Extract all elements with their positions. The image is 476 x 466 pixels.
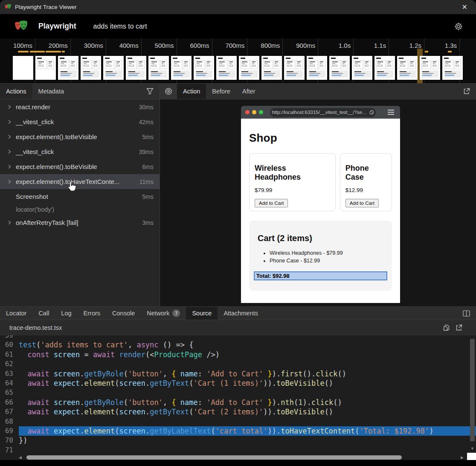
browser-chrome: http://localhost:63315/__vitest_test__/?… bbox=[241, 106, 400, 119]
product-name: Wireless Headphones bbox=[255, 164, 330, 182]
code-line: 69 await expect.element(screen.getByLabe… bbox=[0, 426, 476, 436]
chevron-right-icon bbox=[8, 220, 16, 225]
add-to-cart-button[interactable]: Add to Cart bbox=[345, 199, 379, 207]
timeline-filmstrip[interactable] bbox=[13, 56, 463, 80]
app-name: Playwright bbox=[38, 22, 76, 31]
tab-network[interactable]: Network7 bbox=[141, 307, 186, 320]
code-line: 66 await screen.getByRole('button', { na… bbox=[0, 398, 476, 407]
tab-actions[interactable]: Actions bbox=[0, 84, 32, 99]
snapshot-page: Shop Wireless Headphones$79.99Add to Car… bbox=[241, 119, 400, 303]
timeline-thumbnail[interactable] bbox=[81, 56, 101, 80]
tab-errors[interactable]: Errors bbox=[78, 307, 106, 320]
copy-url-icon[interactable] bbox=[369, 110, 374, 115]
add-to-cart-button[interactable]: Add to Cart bbox=[255, 199, 288, 207]
trace-viewer-window: Playwright Trace Viewer ✕ Playwright add… bbox=[0, 0, 476, 466]
action-duration: 5ms bbox=[142, 193, 160, 200]
source-code-view: 5960test('adds items to cart', async () … bbox=[0, 335, 476, 454]
timeline-thumbnail[interactable] bbox=[261, 56, 282, 80]
chevron-right-icon bbox=[8, 119, 16, 124]
action-row[interactable]: onAfterRetryTask [fail]3ms bbox=[0, 215, 160, 230]
horizontal-scroll-thumb[interactable] bbox=[26, 455, 402, 460]
chevron-right-icon bbox=[8, 149, 16, 154]
filter-icon[interactable] bbox=[146, 88, 154, 95]
timeline-thumbnail[interactable] bbox=[329, 56, 350, 80]
timeline-thumbnail[interactable] bbox=[35, 56, 56, 80]
tab-action[interactable]: Action bbox=[177, 84, 206, 99]
timeline-thumbnail[interactable] bbox=[397, 56, 418, 80]
tab-call[interactable]: Call bbox=[32, 307, 55, 320]
code-line: 65 bbox=[0, 388, 476, 397]
cart-item: Wireless Headphones - $79.99 bbox=[270, 249, 388, 257]
mouse-cursor-hand-icon bbox=[67, 181, 76, 193]
tab-metadata[interactable]: Metadata bbox=[32, 84, 70, 99]
vertical-scrollbar[interactable]: ▼ bbox=[470, 339, 475, 452]
action-label: Screenshot bbox=[16, 193, 48, 200]
action-duration: 11ms bbox=[139, 178, 160, 185]
copy-icon[interactable] bbox=[443, 324, 450, 331]
action-list: react.render30ms__vitest_click42msexpect… bbox=[0, 99, 160, 230]
timeline-thumbnail[interactable] bbox=[103, 56, 124, 80]
timeline-thumbnail[interactable] bbox=[171, 56, 192, 80]
product-price: $79.99 bbox=[255, 187, 330, 193]
timeline-thumbnail[interactable] bbox=[307, 56, 327, 80]
action-row[interactable]: react.render30ms bbox=[0, 99, 160, 114]
action-row[interactable]: Screenshot5ms bbox=[0, 189, 160, 204]
line-number: 64 bbox=[0, 379, 19, 388]
product-price: $12.99 bbox=[345, 187, 386, 193]
timeline[interactable]: 100ms200ms300ms400ms500ms600ms700ms800ms… bbox=[0, 38, 476, 84]
traffic-light-green-icon bbox=[259, 110, 263, 114]
action-row[interactable]: expect.element().toHaveTextConte...11ms bbox=[0, 174, 160, 189]
code-line: 70}) bbox=[0, 436, 476, 445]
tab-after[interactable]: After bbox=[236, 84, 261, 99]
tab-before[interactable]: Before bbox=[206, 84, 236, 99]
line-number: 71 bbox=[0, 446, 19, 454]
open-external-icon[interactable] bbox=[463, 88, 470, 95]
timeline-thumbnail[interactable] bbox=[374, 56, 395, 80]
timeline-thumbnail[interactable] bbox=[216, 56, 237, 80]
snapshot-panel: ActionBeforeAfter http://localhost:6331 bbox=[160, 84, 476, 306]
timeline-thumbnail[interactable] bbox=[239, 56, 259, 80]
line-number: 63 bbox=[0, 369, 19, 379]
vertical-scroll-thumb[interactable] bbox=[470, 339, 475, 441]
split-view-icon[interactable] bbox=[463, 310, 470, 317]
tab-console[interactable]: Console bbox=[106, 307, 141, 320]
horizontal-scrollbar[interactable]: ◀ ▶ bbox=[19, 454, 466, 460]
line-number: 65 bbox=[0, 388, 19, 397]
scroll-right-icon[interactable]: ▶ bbox=[461, 455, 466, 460]
timeline-thumbnail[interactable] bbox=[194, 56, 214, 80]
settings-gear-icon[interactable] bbox=[454, 22, 463, 31]
timeline-thumbnail[interactable] bbox=[420, 56, 440, 80]
timeline-thumbnail[interactable] bbox=[58, 56, 78, 80]
traffic-light-yellow-icon bbox=[252, 110, 256, 114]
action-duration: 6ms bbox=[142, 163, 160, 170]
close-icon[interactable]: ✕ bbox=[462, 3, 467, 11]
timeline-thumbnail[interactable] bbox=[284, 56, 305, 80]
action-row[interactable]: __vitest_click42ms bbox=[0, 114, 160, 129]
tab-locator[interactable]: Locator bbox=[0, 307, 32, 320]
action-row[interactable]: expect.element().toBeVisible5ms bbox=[0, 129, 160, 144]
traffic-light-red-icon bbox=[245, 110, 250, 114]
action-duration: 3ms bbox=[142, 219, 160, 226]
action-duration: 42ms bbox=[139, 119, 160, 125]
timeline-action-bar bbox=[18, 51, 29, 52]
timeline-thumbnail[interactable] bbox=[126, 56, 146, 80]
line-number: 69 bbox=[0, 426, 19, 436]
action-row[interactable]: __vitest_click39ms bbox=[0, 144, 160, 159]
timeline-thumbnail[interactable] bbox=[13, 56, 33, 80]
scroll-left-icon[interactable]: ◀ bbox=[19, 455, 24, 460]
action-duration: 5ms bbox=[142, 134, 160, 140]
scroll-down-icon[interactable]: ▼ bbox=[470, 446, 474, 451]
playwright-masks-icon bbox=[4, 4, 12, 10]
tab-source[interactable]: Source bbox=[186, 307, 218, 320]
timeline-thumbnail[interactable] bbox=[442, 56, 463, 80]
tab-attachments[interactable]: Attachments bbox=[218, 307, 264, 320]
tab-log[interactable]: Log bbox=[55, 307, 77, 320]
source-file-name: trace-demo.test.tsx bbox=[9, 324, 62, 331]
code-line: 61 const screen = await render(<ProductP… bbox=[0, 350, 476, 359]
pick-locator-target-icon[interactable] bbox=[160, 84, 177, 99]
timeline-thumbnail[interactable] bbox=[148, 56, 169, 80]
action-row[interactable]: expect.element().toBeVisible6ms bbox=[0, 159, 160, 174]
action-label: expect.element().toBeVisible bbox=[16, 133, 97, 140]
timeline-thumbnail[interactable] bbox=[352, 56, 372, 80]
open-source-external-icon[interactable] bbox=[456, 324, 462, 331]
